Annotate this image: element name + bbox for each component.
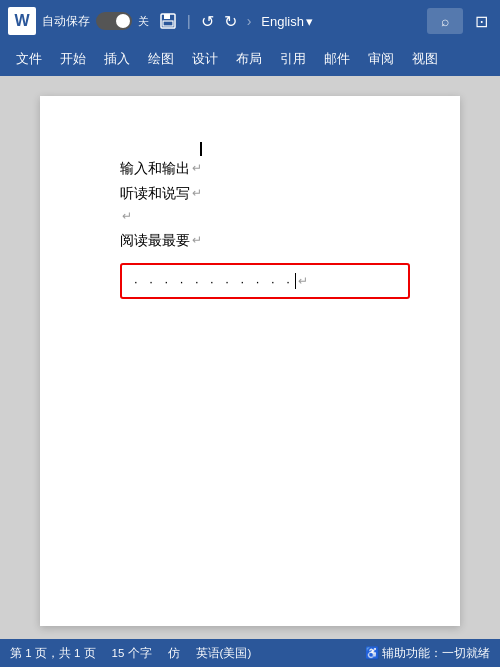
text-cursor (295, 273, 297, 289)
accessibility-icon: ♿ (365, 646, 379, 660)
toggle-circle (116, 14, 130, 28)
menu-home[interactable]: 开始 (52, 46, 94, 72)
expand-button[interactable]: ⊡ (471, 10, 492, 33)
menu-references[interactable]: 引用 (272, 46, 314, 72)
language-info[interactable]: 英语(美国) (196, 646, 252, 661)
font-info: 仿 (168, 646, 180, 661)
document-page[interactable]: 输入和输出 ↵ 听读和说写 ↵ ↵ 阅读最最要 ↵ · · · · · · · … (40, 96, 460, 626)
pilcrow-4: ↵ (192, 230, 202, 252)
status-right-group: ♿ 辅助功能：一切就绪 (365, 646, 490, 661)
status-bar: 第 1 页，共 1 页 15 个字 仿 英语(美国) ♿ 辅助功能：一切就绪 (0, 639, 500, 667)
separator: | (187, 13, 191, 29)
svg-rect-1 (164, 14, 170, 19)
dotted-line-box[interactable]: · · · · · · · · · · · ↵ (120, 263, 410, 299)
word-count[interactable]: 15 个字 (112, 646, 152, 661)
language-label: English (261, 14, 304, 29)
menu-view[interactable]: 视图 (404, 46, 446, 72)
text-line-2: 听读和说写 ↵ (120, 181, 410, 206)
document-area: 输入和输出 ↵ 听读和说写 ↵ ↵ 阅读最最要 ↵ · · · · · · · … (0, 76, 500, 639)
save-button[interactable] (155, 10, 181, 32)
page-info[interactable]: 第 1 页，共 1 页 (10, 646, 96, 661)
pilcrow-dotted: ↵ (298, 274, 308, 288)
undo-redo-group: ↺ ↻ (197, 10, 241, 33)
menu-design[interactable]: 设计 (184, 46, 226, 72)
menu-draw[interactable]: 绘图 (140, 46, 182, 72)
separator2: › (247, 13, 252, 29)
text-content-3: 阅读最最要 (120, 228, 190, 253)
lang-dropdown-icon: ▾ (306, 14, 313, 29)
accessibility-button[interactable]: ♿ 辅助功能：一切就绪 (365, 646, 490, 661)
dotted-line-text: · · · · · · · · · · · (134, 274, 294, 289)
menu-file[interactable]: 文件 (8, 46, 50, 72)
word-logo: W (8, 7, 36, 35)
text-content-1: 输入和输出 (120, 156, 190, 181)
autosave-toggle[interactable] (96, 12, 132, 30)
autosave-label: 自动保存 (42, 13, 90, 30)
page-cursor-marker (200, 142, 202, 156)
pilcrow-1: ↵ (192, 158, 202, 180)
menu-layout[interactable]: 布局 (228, 46, 270, 72)
pilcrow-2: ↵ (192, 183, 202, 205)
text-content-2: 听读和说写 (120, 181, 190, 206)
menu-review[interactable]: 审阅 (360, 46, 402, 72)
undo-button[interactable]: ↺ (197, 10, 218, 33)
text-line-1: 输入和输出 ↵ (120, 156, 410, 181)
language-selector[interactable]: English ▾ (261, 14, 313, 29)
text-line-blank: ↵ (120, 206, 410, 228)
menu-bar: 文件 开始 插入 绘图 设计 布局 引用 邮件 审阅 视图 (0, 42, 500, 76)
pilcrow-3: ↵ (122, 206, 132, 228)
toggle-state-label: 关 (138, 14, 149, 29)
accessibility-label: 辅助功能：一切就绪 (382, 646, 490, 661)
page-content: 输入和输出 ↵ 听读和说写 ↵ ↵ 阅读最最要 ↵ · · · · · · · … (120, 156, 410, 299)
title-bar: W 自动保存 关 | ↺ ↻ › English ▾ ⌕ ⊡ (0, 0, 500, 42)
search-button[interactable]: ⌕ (427, 8, 463, 34)
text-line-3: 阅读最最要 ↵ (120, 228, 410, 253)
menu-mail[interactable]: 邮件 (316, 46, 358, 72)
menu-insert[interactable]: 插入 (96, 46, 138, 72)
redo-button[interactable]: ↻ (220, 10, 241, 33)
search-icon: ⌕ (441, 13, 449, 29)
svg-rect-2 (163, 21, 173, 26)
